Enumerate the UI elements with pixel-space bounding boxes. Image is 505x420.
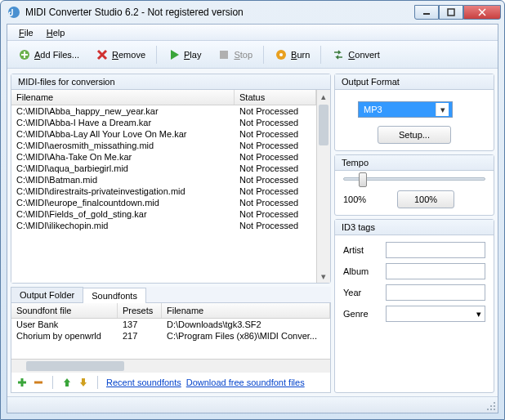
tempo-value: 100% [343, 194, 366, 204]
cell-status: Not Processed [235, 128, 316, 140]
year-input[interactable] [386, 284, 485, 301]
album-input[interactable] [386, 263, 485, 279]
scroll-down-icon[interactable]: ▾ [317, 270, 330, 283]
tempo-group: Tempo 100% 100% [334, 154, 494, 216]
cell-filename: C:\MIDI\Fields_of_gold_sting.kar [11, 208, 235, 220]
soundfont-listview[interactable]: Soundfont file Presets Filename User Ban… [11, 303, 330, 357]
stop-icon [217, 48, 230, 61]
menu-help[interactable]: Help [40, 26, 72, 39]
svg-point-9 [494, 409, 495, 410]
table-row[interactable]: C:\MIDI\Fields_of_gold_sting.karNot Proc… [11, 208, 316, 220]
cell-status: Not Processed [235, 174, 316, 185]
table-row[interactable]: C:\MIDI\Abba-Lay All Your Love On Me.kar… [11, 128, 316, 140]
sf-down-icon[interactable] [78, 377, 89, 388]
id3-title: ID3 tags [335, 220, 494, 235]
column-filename[interactable]: Filename [11, 90, 235, 105]
format-dropdown[interactable]: MP3 ▾ [358, 101, 453, 118]
menu-file[interactable]: File [12, 26, 40, 39]
filelist-scrollbar[interactable]: ▴ ▾ [316, 90, 330, 283]
output-format-title: Output Format [335, 74, 494, 90]
soundfont-hscroll[interactable] [11, 359, 330, 373]
cell-sf-presets: 137 [118, 319, 162, 330]
bottom-tabs: Output Folder Soundfonts Soundfont file … [11, 287, 331, 393]
burn-icon [275, 48, 288, 61]
recent-soundfonts-link[interactable]: Recent soundfonts [106, 378, 181, 387]
resize-grip-icon[interactable] [486, 401, 496, 411]
tab-output-folder[interactable]: Output Folder [11, 287, 83, 302]
artist-label: Artist [343, 245, 379, 255]
table-row[interactable]: User Bank137D:\Downloads\tgk3.SF2 [11, 319, 330, 330]
svg-point-14 [494, 402, 495, 404]
cell-filename: C:\MIDI\Batman.mid [11, 174, 235, 185]
column-status[interactable]: Status [235, 90, 316, 105]
year-label: Year [343, 288, 379, 297]
tempo-slider[interactable] [343, 177, 485, 181]
play-icon [168, 48, 181, 61]
table-row[interactable]: C:\MIDI\aqua_barbiegirl.midNot Processed [11, 163, 316, 174]
cell-status: Not Processed [235, 117, 316, 128]
convert-icon [332, 48, 345, 61]
remove-icon [96, 48, 109, 61]
file-listview[interactable]: Filename Status C:\MIDI\Abba_happy_new_y… [11, 90, 316, 283]
table-row[interactable]: C:\MIDI\Abba_happy_new_year.karNot Proce… [11, 105, 316, 117]
cell-status: Not Processed [235, 151, 316, 163]
column-sf-name[interactable]: Soundfont file [11, 303, 118, 318]
cell-status: Not Processed [235, 220, 316, 231]
scroll-up-icon[interactable]: ▴ [317, 90, 330, 103]
maximize-button[interactable] [439, 5, 463, 20]
burn-button[interactable]: Burn [267, 45, 317, 65]
cell-status: Not Processed [235, 163, 316, 174]
svg-point-12 [487, 409, 489, 410]
id3-group: ID3 tags Artist Album Year Genre ▾ [334, 219, 494, 393]
table-row[interactable]: C:\MIDI\europe_finalcountdown.midNot Pro… [11, 197, 316, 208]
titlebar: MIDI Converter Studio 6.2 - Not register… [1, 1, 504, 24]
remove-button[interactable]: Remove [88, 45, 153, 65]
output-format-group: Output Format MP3 ▾ Setup... [334, 74, 494, 151]
cell-sf-presets: 217 [118, 330, 162, 342]
window: MIDI Converter Studio 6.2 - Not register… [0, 0, 505, 420]
window-title: MIDI Converter Studio 6.2 - Not register… [25, 7, 414, 18]
chevron-down-icon: ▾ [476, 309, 481, 319]
svg-rect-6 [220, 51, 228, 59]
cell-filename: C:\MIDI\Abba-Lay All Your Love On Me.kar [11, 128, 235, 140]
table-row[interactable]: C:\MIDI\ilikechopin.midNot Processed [11, 220, 316, 231]
convert-button[interactable]: Convert [324, 45, 387, 65]
minimize-button[interactable] [414, 5, 439, 20]
app-icon [7, 6, 20, 19]
play-button[interactable]: Play [160, 45, 208, 65]
client-area: File Help Add Files... Remove Play Stop [7, 24, 498, 413]
tempo-thumb[interactable] [359, 172, 367, 187]
artist-input[interactable] [386, 242, 485, 258]
cell-status: Not Processed [235, 185, 316, 197]
sf-add-icon[interactable] [16, 377, 28, 388]
cell-status: Not Processed [235, 208, 316, 220]
download-soundfonts-link[interactable]: Download free soundfont files [186, 378, 305, 387]
chevron-down-icon: ▾ [436, 103, 449, 116]
cell-filename: C:\MIDI\Abba-I Have a Dream.kar [11, 117, 235, 128]
table-row[interactable]: C:\MIDI\Abba-I Have a Dream.karNot Proce… [11, 117, 316, 128]
table-row[interactable]: C:\MIDI\direstraits-privateinvestigation… [11, 185, 316, 197]
svg-point-10 [490, 409, 492, 410]
add-files-button[interactable]: Add Files... [11, 45, 87, 65]
sf-up-icon[interactable] [61, 377, 73, 388]
cell-filename: C:\MIDI\aqua_barbiegirl.mid [11, 163, 235, 174]
sf-remove-icon[interactable] [33, 377, 44, 388]
close-button[interactable] [463, 5, 501, 20]
cell-status: Not Processed [235, 197, 316, 208]
format-value: MP3 [364, 105, 382, 114]
stop-button[interactable]: Stop [210, 45, 260, 65]
scroll-thumb[interactable] [319, 105, 328, 145]
column-sf-filename[interactable]: Filename [162, 303, 330, 318]
tempo-reset-button[interactable]: 100% [397, 190, 454, 208]
setup-button[interactable]: Setup... [378, 126, 451, 144]
genre-dropdown[interactable]: ▾ [386, 306, 485, 322]
svg-point-8 [279, 53, 283, 56]
table-row[interactable]: C:\MIDI\aerosmith_missathing.midNot Proc… [11, 140, 316, 151]
cell-sf-file: C:\Program Files (x86)\MIDI Conver... [162, 330, 330, 342]
table-row[interactable]: C:\MIDI\Batman.midNot Processed [11, 174, 316, 185]
table-row[interactable]: Chorium by openwrld217C:\Program Files (… [11, 330, 330, 342]
table-row[interactable]: C:\MIDI\Aha-Take On Me.karNot Processed [11, 151, 316, 163]
column-sf-presets[interactable]: Presets [118, 303, 162, 318]
tab-soundfonts[interactable]: Soundfonts [83, 288, 146, 303]
cell-filename: C:\MIDI\aerosmith_missathing.mid [11, 140, 235, 151]
